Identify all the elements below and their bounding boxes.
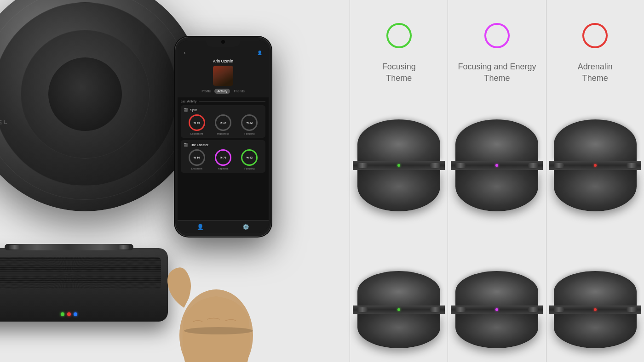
energy-theme-label: Focusing and Energy Theme: [458, 61, 536, 84]
adrenalin-theme-label: Adrenalin Theme: [578, 61, 613, 84]
metric-hapiness2: % 76 Hapiness: [215, 149, 231, 170]
app-tabs: Profile Activity Friends: [182, 89, 264, 94]
energy-top-led: [495, 164, 498, 167]
theme-panel-energy: Focusing and Energy Theme: [448, 0, 546, 362]
hand: [152, 188, 281, 362]
phone-hand-section: ‹ 👤 Arin Ozevin Profile Activity Friends: [166, 37, 294, 349]
app-header: ‹ 👤 Arin Ozevin Profile Activity Friends: [178, 40, 269, 97]
metric-excitment2: % 16 Excitment: [189, 149, 205, 170]
user-icon[interactable]: 👤: [255, 50, 264, 56]
avatar: [213, 66, 233, 86]
metric-happiness: % 14 Happiness: [215, 114, 231, 135]
focusing-circle-icon: [386, 23, 412, 48]
metric-focusing: % 22 Focusing: [241, 114, 258, 135]
focusing-theme-label: Focusing Theme: [382, 61, 416, 84]
energy-bottom-led: [495, 308, 498, 311]
theme-panels: Focusing Theme: [350, 0, 644, 362]
metric-excitement: % 85 Excitement: [189, 114, 205, 135]
adrenalin-device-bottom: [549, 271, 641, 348]
back-icon[interactable]: ‹: [182, 50, 187, 56]
activity-title-split: Split: [190, 108, 197, 112]
led-red: [67, 312, 71, 316]
focusing-device-bottom: [353, 271, 445, 348]
tab-activity[interactable]: Activity: [214, 89, 230, 94]
film-icon-lobster: 🎬: [184, 143, 188, 147]
focusing-bottom-led: [397, 308, 400, 311]
metric-focusing2: % 82 Focusing: [241, 149, 258, 170]
led-blue: [74, 312, 77, 316]
adrenalin-bottom-led: [594, 308, 597, 311]
tab-profile[interactable]: Profile: [199, 89, 213, 94]
activity-title-lobster: The Lobster: [190, 143, 208, 147]
svg-point-1: [184, 327, 253, 334]
camera-dot: [221, 40, 225, 44]
app-body: Last Activity 🎬 Split % 85: [178, 97, 269, 175]
speaker-grille: [0, 257, 161, 289]
theme-panel-adrenalin: Adrenalin Theme: [546, 0, 644, 362]
focusing-device-top: [353, 119, 445, 211]
film-icon-split: 🎬: [184, 108, 188, 112]
user-name: Arin Ozevin: [182, 59, 264, 63]
energy-device-top: [451, 119, 543, 211]
led-green: [61, 312, 64, 316]
focusing-top-led: [397, 164, 400, 167]
tab-friends[interactable]: Friends: [231, 89, 247, 94]
theme-panel-focusing: Focusing Theme: [350, 0, 448, 362]
adrenalin-circle-icon: [582, 23, 608, 48]
clip-band: [5, 244, 133, 250]
adrenalin-device-top: [549, 119, 641, 211]
energy-circle-icon: [484, 23, 510, 48]
adrenalin-top-led: [594, 164, 597, 167]
activity-card-split: 🎬 Split % 85 Excitement: [181, 105, 265, 138]
activity-card-lobster: 🎬 The Lobster % 16 Excitment: [181, 140, 265, 173]
speaker-body: [0, 248, 168, 322]
energy-device-bottom: [451, 271, 543, 348]
ring-4: [48, 57, 122, 131]
last-activity-label: Last Activity: [181, 100, 196, 103]
speaker-leds: [61, 312, 77, 316]
